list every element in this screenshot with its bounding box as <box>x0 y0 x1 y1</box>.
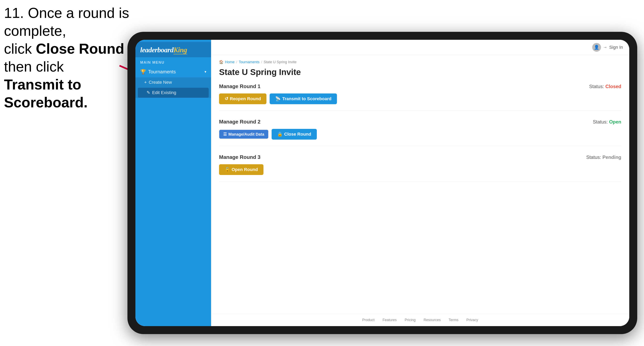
lock-icon: 🔒 <box>277 132 282 137</box>
plus-icon: + <box>144 80 147 85</box>
breadcrumb: 🏠 Home / Tournaments / State U Spring In… <box>219 60 621 64</box>
edit-icon: ✎ <box>146 90 150 95</box>
open-round-label: Open Round <box>232 167 258 172</box>
round-1-section: Manage Round 1 Status: Closed ↺ Reopen R… <box>219 83 621 111</box>
transmit-to-scoreboard-label: Transmit to Scoreboard <box>282 96 331 101</box>
footer-privacy[interactable]: Privacy <box>466 318 478 322</box>
tablet-device: leaderboardKing MAIN MENU 🏆 Tournaments … <box>128 32 637 334</box>
close-round-button[interactable]: 🔒 Close Round <box>272 129 317 140</box>
instruction-bold2: Transmit to Scoreboard. <box>4 77 88 110</box>
instruction-line1: 11. Once a round is complete, <box>4 5 129 39</box>
breadcrumb-home[interactable]: Home <box>225 60 234 64</box>
footer-resources[interactable]: Resources <box>424 318 441 322</box>
round-1-header: Manage Round 1 Status: Closed <box>219 83 621 89</box>
breadcrumb-sep1: / <box>236 60 237 64</box>
breadcrumb-tournaments[interactable]: Tournaments <box>239 60 260 64</box>
reopen-round-button[interactable]: ↺ Reopen Round <box>219 93 266 104</box>
round-2-header: Manage Round 2 Status: Open <box>219 119 621 125</box>
round-1-status-value: Closed <box>605 84 621 89</box>
transmit-icon: 📡 <box>275 96 280 101</box>
round-2-actions: ☰ Manage/Audit Data 🔒 Close Round <box>219 129 621 140</box>
sidebar-logo-area: leaderboardKing <box>136 42 211 57</box>
round-1-actions: ↺ Reopen Round 📡 Transmit to Scoreboard <box>219 93 621 104</box>
sidebar-tournaments-label: Tournaments <box>148 69 176 75</box>
page-title: State U Spring Invite <box>219 67 621 77</box>
reopen-round-label: Reopen Round <box>230 96 261 101</box>
round-3-title: Manage Round 3 <box>219 154 260 160</box>
sidebar-item-tournaments[interactable]: 🏆 Tournaments ▾ <box>136 66 211 77</box>
page-area: 🏠 Home / Tournaments / State U Spring In… <box>211 55 629 314</box>
sidebar-item-create-new[interactable]: + Create New <box>136 77 211 87</box>
round-1-status: Status: Closed <box>589 84 621 89</box>
arrow-right-icon: → <box>603 45 607 50</box>
sidebar-item-edit-existing[interactable]: ✎ Edit Existing <box>138 88 209 98</box>
manage-audit-data-label: Manage/Audit Data <box>228 132 264 137</box>
manage-audit-data-button[interactable]: ☰ Manage/Audit Data <box>219 130 268 139</box>
instruction-line3: then click <box>4 59 64 75</box>
home-icon: 🏠 <box>219 60 224 64</box>
footer-product[interactable]: Product <box>362 318 374 322</box>
round-3-header: Manage Round 3 Status: Pending <box>219 154 621 160</box>
main-menu-label: MAIN MENU <box>136 57 211 66</box>
avatar: 👤 <box>592 43 601 52</box>
round-2-status: Status: Open <box>593 119 621 125</box>
round-2-status-value: Open <box>609 119 621 125</box>
trophy-icon: 🏆 <box>140 69 146 75</box>
breadcrumb-current: State U Spring Invite <box>264 60 296 64</box>
sign-in-label: Sign In <box>609 45 623 50</box>
unlock-icon: 🔓 <box>224 167 230 172</box>
create-new-label: Create New <box>149 80 172 85</box>
round-1-title: Manage Round 1 <box>219 83 260 89</box>
edit-existing-label: Edit Existing <box>152 90 176 95</box>
footer-pricing[interactable]: Pricing <box>405 318 416 322</box>
sidebar-submenu: + Create New ✎ Edit Existing <box>136 77 211 98</box>
transmit-to-scoreboard-button[interactable]: 📡 Transmit to Scoreboard <box>270 93 337 104</box>
footer-terms[interactable]: Terms <box>449 318 458 322</box>
logo-king: King <box>174 46 187 54</box>
breadcrumb-sep2: / <box>261 60 262 64</box>
close-round-label: Close Round <box>284 132 311 137</box>
round-2-title: Manage Round 2 <box>219 119 260 125</box>
open-round-button[interactable]: 🔓 Open Round <box>219 164 264 175</box>
round-3-status-value: Pending <box>602 155 621 160</box>
main-content: 👤 → Sign In 🏠 Home / Tournaments / State <box>211 40 629 326</box>
round-2-section: Manage Round 2 Status: Open ☰ Manage/Aud… <box>219 119 621 146</box>
tablet-screen: leaderboardKing MAIN MENU 🏆 Tournaments … <box>136 40 629 326</box>
sidebar: leaderboardKing MAIN MENU 🏆 Tournaments … <box>136 40 211 326</box>
instruction-bold1: Close Round <box>36 41 124 57</box>
round-3-status: Status: Pending <box>586 155 621 160</box>
list-icon: ☰ <box>223 132 227 137</box>
footer-features[interactable]: Features <box>382 318 397 322</box>
instruction-line2: click <box>4 41 36 57</box>
app-layout: leaderboardKing MAIN MENU 🏆 Tournaments … <box>136 40 629 326</box>
reopen-icon: ↺ <box>224 96 228 101</box>
chevron-down-icon: ▾ <box>204 70 206 74</box>
logo: leaderboardKing <box>140 46 206 54</box>
instruction-block: 11. Once a round is complete, click Clos… <box>4 4 147 111</box>
round-3-actions: 🔓 Open Round <box>219 164 621 175</box>
topbar: 👤 → Sign In <box>211 40 629 55</box>
footer: Product Features Pricing Resources Terms… <box>211 314 629 326</box>
round-3-section: Manage Round 3 Status: Pending 🔓 Open Ro… <box>219 154 621 181</box>
sign-in-area[interactable]: 👤 → Sign In <box>592 43 623 52</box>
